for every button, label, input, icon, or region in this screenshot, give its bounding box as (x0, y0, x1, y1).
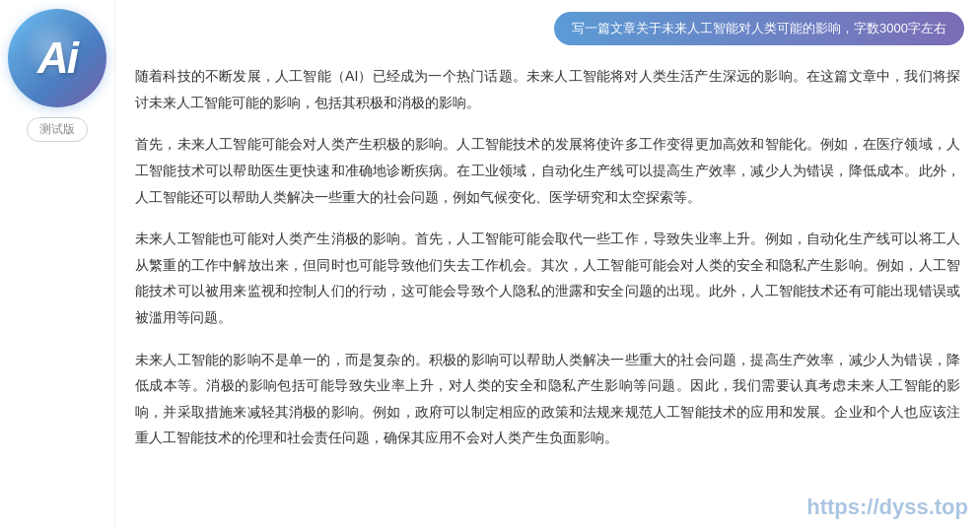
article-area: 随着科技的不断发展，人工智能（AI）已经成为一个热门话题。未来人工智能将对人类生… (115, 53, 980, 528)
beta-badge: 测试版 (27, 117, 88, 142)
article-paragraph-2: 首先，未来人工智能可能会对人类产生积极的影响。人工智能技术的发展将使许多工作变得… (135, 131, 960, 210)
sidebar: Ai 测试版 (0, 0, 115, 528)
prompt-bar: 写一篇文章关于未来人工智能对人类可能的影响，字数3000字左右 (115, 0, 980, 53)
article-paragraph-4: 未来人工智能的影响不是单一的，而是复杂的。积极的影响可以帮助人类解决一些重大的社… (135, 347, 960, 451)
app-container: Ai 测试版 写一篇文章关于未来人工智能对人类可能的影响，字数3000字左右 随… (0, 0, 980, 528)
prompt-pill: 写一篇文章关于未来人工智能对人类可能的影响，字数3000字左右 (554, 12, 964, 45)
logo-text: Ai (37, 33, 77, 83)
logo: Ai (8, 9, 106, 107)
article-paragraph-1: 随着科技的不断发展，人工智能（AI）已经成为一个热门话题。未来人工智能将对人类生… (135, 63, 960, 115)
article-paragraph-3: 未来人工智能也可能对人类产生消极的影响。首先，人工智能可能会取代一些工作，导致失… (135, 226, 960, 330)
main-content: 写一篇文章关于未来人工智能对人类可能的影响，字数3000字左右 随着科技的不断发… (115, 0, 980, 528)
